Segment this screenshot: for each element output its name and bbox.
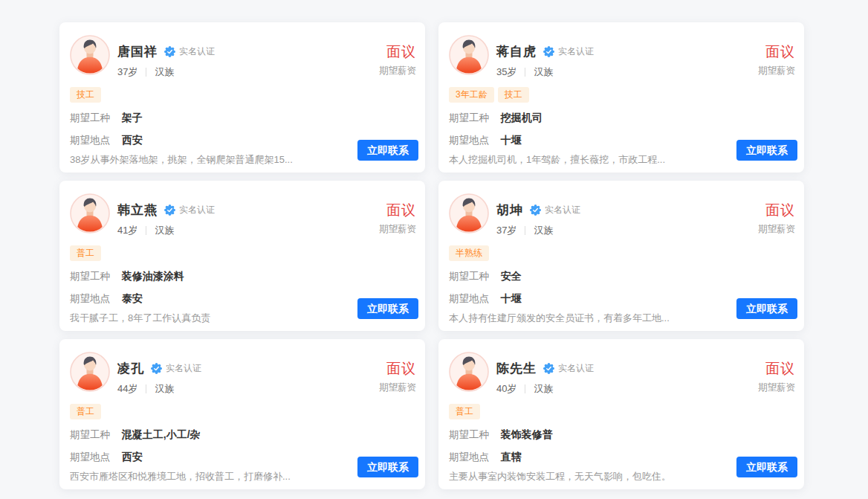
worker-info: 陈先生 实名认证 — [496, 352, 594, 396]
expected-job-value: 装饰装修普 — [501, 428, 553, 440]
expected-job-value: 架子 — [122, 112, 143, 123]
verified-check-icon — [543, 46, 554, 57]
expected-salary-label: 期望薪资 — [379, 223, 416, 236]
worker-tag: 普工 — [70, 245, 101, 261]
contact-button[interactable]: 立即联系 — [357, 457, 418, 477]
verified-label: 实名认证 — [558, 362, 594, 375]
contact-button[interactable]: 立即联系 — [357, 298, 418, 319]
salary-block: 面议 期望薪资 — [758, 359, 795, 394]
worker-description: 西安市雁塔区和悦雅境工地，招收普工，打磨修补... — [70, 470, 355, 483]
worker-name: 唐国祥 — [117, 43, 158, 60]
salary-value: 面议 — [758, 42, 795, 62]
verified-badge: 实名认证 — [543, 362, 594, 375]
worker-age: 44岁 — [117, 382, 137, 396]
worker-info: 蒋自虎 实名认证 — [496, 35, 594, 79]
verified-badge: 实名认证 — [543, 45, 594, 58]
worker-info: 凌孔 实名认证 — [117, 352, 201, 396]
worker-card[interactable]: 胡坤 实名认证 — [438, 181, 804, 331]
salary-block: 面议 期望薪资 — [379, 201, 416, 236]
expected-job-label: 期望工种 — [70, 271, 110, 282]
expected-job-label: 期望工种 — [449, 271, 489, 282]
verified-badge: 实名认证 — [164, 45, 215, 58]
worker-card[interactable]: 蒋自虎 实名认证 — [438, 22, 804, 173]
expected-salary-label: 期望薪资 — [758, 223, 795, 236]
expected-location-label: 期望地点 — [70, 135, 110, 146]
expected-salary-label: 期望薪资 — [758, 382, 795, 394]
salary-block: 面议 期望薪资 — [758, 42, 795, 77]
tag-list: 半熟练 — [449, 245, 794, 261]
verified-check-icon — [164, 46, 175, 57]
person-avatar-icon — [449, 352, 489, 392]
salary-value: 面议 — [758, 201, 795, 220]
tag-list: 技工 — [70, 87, 415, 103]
verified-badge: 实名认证 — [151, 362, 201, 375]
tag-list: 3年工龄技工 — [449, 87, 794, 103]
expected-job-row: 期望工种 架子 — [70, 111, 415, 125]
contact-button[interactable]: 立即联系 — [357, 140, 418, 161]
expected-job-row: 期望工种 混凝土工,小工/杂 — [70, 428, 415, 442]
worker-card[interactable]: 韩立燕 实名认证 — [59, 181, 425, 331]
worker-card[interactable]: 陈先生 实名认证 — [438, 339, 804, 489]
verified-check-icon — [530, 205, 541, 216]
worker-ethnicity: 汉族 — [155, 65, 174, 79]
worker-age: 37岁 — [117, 65, 137, 79]
expected-job-label: 期望工种 — [70, 429, 110, 440]
worker-age: 41岁 — [117, 224, 137, 237]
worker-info: 韩立燕 实名认证 — [117, 193, 215, 237]
expected-job-row: 期望工种 装修油漆涂料 — [70, 269, 415, 283]
expected-job-value: 装修油漆涂料 — [122, 270, 184, 282]
worker-tag: 普工 — [449, 404, 480, 419]
verified-badge: 实名认证 — [164, 204, 215, 216]
worker-name: 陈先生 — [496, 360, 537, 377]
person-avatar-icon — [449, 35, 489, 75]
worker-tag: 技工 — [498, 87, 529, 103]
worker-ethnicity: 汉族 — [155, 382, 174, 396]
salary-value: 面议 — [379, 359, 416, 379]
salary-value: 面议 — [379, 201, 416, 220]
expected-salary-label: 期望薪资 — [379, 382, 416, 394]
worker-tag: 普工 — [70, 404, 101, 419]
expected-job-label: 期望工种 — [70, 112, 110, 123]
worker-card[interactable]: 凌孔 实名认证 — [59, 339, 425, 489]
expected-job-value: 安全 — [501, 270, 522, 282]
tag-list: 普工 — [70, 245, 415, 261]
card-header: 陈先生 实名认证 — [449, 352, 794, 396]
worker-name: 凌孔 — [117, 360, 144, 377]
contact-button[interactable]: 立即联系 — [736, 457, 797, 477]
expected-location-value: 西安 — [122, 134, 143, 146]
worker-ethnicity: 汉族 — [534, 65, 553, 79]
expected-location-label: 期望地点 — [449, 135, 489, 146]
expected-job-label: 期望工种 — [449, 112, 489, 123]
worker-description: 主要从事室内装饰安装工程，无天气影响，包吃住。 — [449, 470, 734, 483]
salary-block: 面议 期望薪资 — [379, 42, 416, 77]
salary-block: 面议 期望薪资 — [758, 201, 795, 236]
expected-salary-label: 期望薪资 — [758, 65, 795, 77]
card-header: 胡坤 实名认证 — [449, 193, 794, 237]
contact-button[interactable]: 立即联系 — [736, 298, 797, 319]
verified-label: 实名认证 — [179, 45, 215, 58]
worker-card[interactable]: 唐国祥 实名认证 — [59, 22, 425, 173]
expected-location-label: 期望地点 — [70, 293, 110, 304]
expected-job-value: 挖掘机司 — [501, 112, 542, 123]
worker-ethnicity: 汉族 — [534, 224, 553, 237]
worker-name: 蒋自虎 — [496, 43, 537, 60]
expected-job-row: 期望工种 安全 — [449, 269, 794, 283]
expected-job-row: 期望工种 挖掘机司 — [449, 111, 794, 125]
card-header: 唐国祥 实名认证 — [70, 35, 415, 79]
worker-tag: 技工 — [70, 87, 101, 103]
person-avatar-icon — [70, 352, 110, 392]
verified-check-icon — [164, 205, 175, 216]
worker-age: 40岁 — [496, 382, 516, 396]
worker-name: 胡坤 — [496, 202, 523, 219]
worker-name: 韩立燕 — [117, 202, 158, 219]
expected-location-label: 期望地点 — [70, 451, 110, 463]
verified-check-icon — [543, 363, 554, 374]
expected-location-label: 期望地点 — [449, 293, 489, 304]
verified-label: 实名认证 — [545, 204, 580, 216]
person-avatar-icon — [70, 35, 110, 75]
person-avatar-icon — [70, 193, 110, 234]
meta-divider — [525, 68, 525, 77]
salary-value: 面议 — [758, 359, 795, 379]
verified-check-icon — [151, 363, 162, 374]
contact-button[interactable]: 立即联系 — [736, 140, 797, 161]
